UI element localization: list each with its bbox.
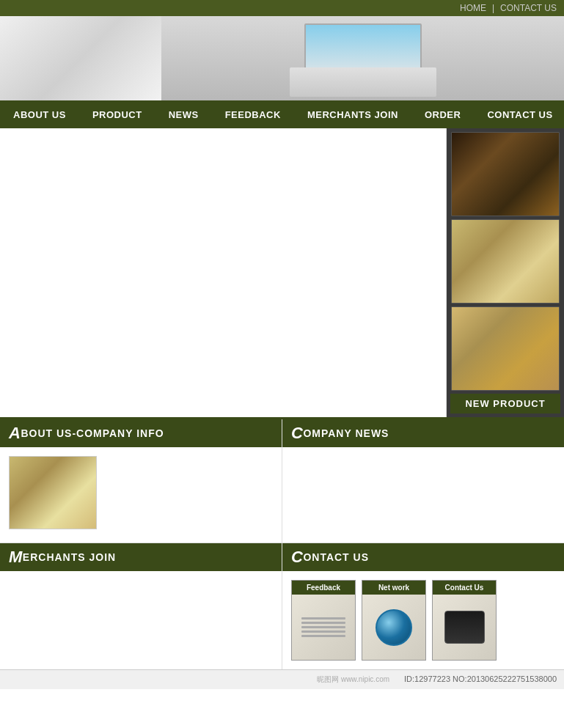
about-us-image[interactable]: [9, 456, 97, 529]
footer-id: ID:12977223 NO:20130625222751538000: [404, 674, 557, 685]
merchants-section: M ERCHANTS JOIN: [0, 543, 282, 669]
hero-counter-decor: [290, 67, 436, 97]
product-image-2[interactable]: [451, 219, 560, 304]
footer: 昵图网 www.nipic.com ID:12977223 NO:2013062…: [0, 669, 564, 689]
feedback-lines-decor: [301, 615, 345, 639]
network-card[interactable]: Net work: [362, 580, 426, 661]
line-2: [301, 622, 345, 624]
new-product-label: NEW PRODUCT: [450, 394, 560, 413]
nav-news[interactable]: NEWS: [155, 100, 212, 128]
line-3: [301, 626, 345, 628]
about-us-section: A BOUT US-COMPANY INFO: [0, 419, 282, 543]
home-link[interactable]: HOME: [460, 3, 486, 13]
company-news-body: [282, 447, 564, 543]
contact-header: C ONTACT US: [282, 543, 564, 571]
line-5: [301, 635, 345, 637]
contact-rest: ONTACT US: [303, 551, 369, 563]
line-4: [301, 630, 345, 633]
feedback-label: Feedback: [292, 581, 355, 595]
sections-row-2: M ERCHANTS JOIN C ONTACT US Feedback: [0, 543, 564, 669]
contact-us-label: Contact Us: [433, 581, 496, 595]
company-news-header: C OMPANY NEWS: [282, 419, 564, 447]
hero-banner: [0, 16, 564, 100]
feedback-image: [292, 595, 355, 660]
separator: |: [492, 3, 494, 13]
company-news-rest: OMPANY NEWS: [303, 427, 389, 439]
main-nav: ABOUT US PRODUCT NEWS FEEDBACK MERCHANTS…: [0, 100, 564, 128]
about-us-cap: A: [9, 425, 21, 441]
contact-thumbs: Feedback Net work: [282, 571, 564, 669]
contact-us-card[interactable]: Contact Us: [432, 580, 497, 661]
main-content: [0, 128, 447, 417]
top-bar: HOME | CONTACT US: [0, 0, 564, 16]
nav-order[interactable]: ORDER: [411, 100, 474, 128]
company-news-cap: C: [291, 425, 303, 441]
nav-merchants-join[interactable]: MERCHANTS JOIN: [294, 100, 411, 128]
phone-icon: [444, 611, 485, 644]
sections-row-1: A BOUT US-COMPANY INFO C OMPANY NEWS: [0, 419, 564, 543]
merchants-cap: M: [9, 549, 23, 565]
contact-section: C ONTACT US Feedback Net wor: [282, 543, 564, 669]
line-1: [301, 617, 345, 619]
contact-us-image: [433, 595, 496, 660]
nav-product[interactable]: PRODUCT: [79, 100, 155, 128]
nav-contact-us[interactable]: CONTACT US: [474, 100, 564, 128]
contact-cap: C: [291, 549, 303, 565]
product-image-3[interactable]: [451, 306, 560, 391]
merchants-header: M ERCHANTS JOIN: [0, 543, 282, 571]
feedback-card[interactable]: Feedback: [291, 580, 356, 661]
about-us-rest: BOUT US-COMPANY INFO: [21, 427, 164, 439]
hero-right-image: [161, 16, 564, 100]
network-label: Net work: [362, 581, 425, 595]
product-sidebar: NEW PRODUCT: [447, 128, 564, 417]
about-us-body: [0, 447, 282, 543]
about-us-header: A BOUT US-COMPANY INFO: [0, 419, 282, 447]
network-image: [362, 595, 425, 660]
globe-icon: [376, 609, 412, 646]
main-section: NEW PRODUCT: [0, 128, 564, 419]
company-news-section: C OMPANY NEWS: [282, 419, 564, 543]
nav-feedback[interactable]: FEEDBACK: [212, 100, 294, 128]
merchants-body: [0, 571, 282, 666]
contact-link[interactable]: CONTACT US: [500, 3, 557, 13]
footer-watermark: 昵图网 www.nipic.com: [317, 674, 389, 685]
merchants-rest: ERCHANTS JOIN: [23, 551, 116, 563]
product-image-1[interactable]: [451, 132, 560, 216]
hero-left-image: [0, 16, 161, 100]
nav-about-us[interactable]: ABOUT US: [0, 100, 79, 128]
